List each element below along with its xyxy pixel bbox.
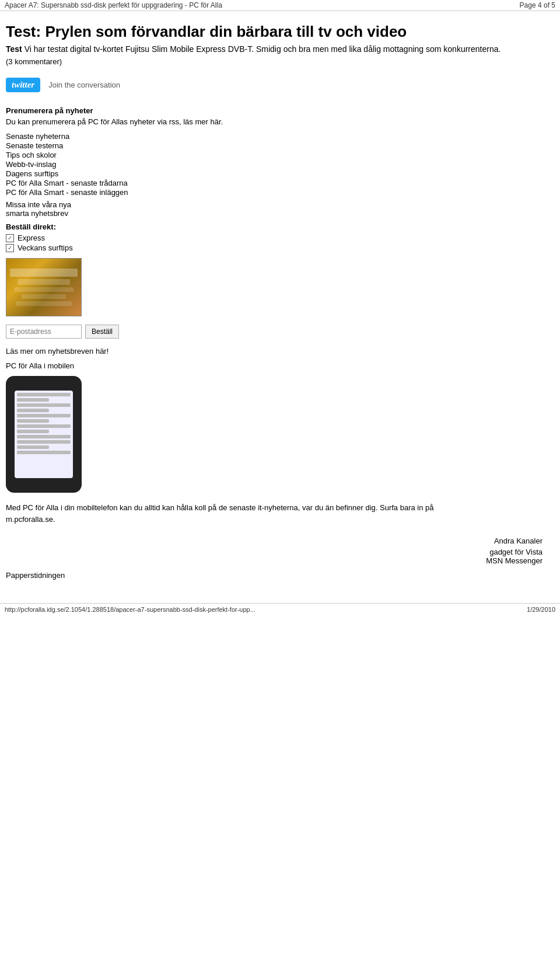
phone-line-6 (17, 419, 49, 423)
phone-line-10 (17, 440, 71, 444)
nav-webb-tv-inslag[interactable]: Webb-tv-inslag (6, 160, 542, 169)
newsletter-title: Prenumerera på nyheter (6, 106, 542, 115)
nav-senaste-nyheterna[interactable]: Senaste nyheterna (6, 132, 542, 141)
newsletter-section: Prenumerera på nyheter Du kan prenumerer… (6, 106, 542, 525)
express-checkbox-item: ✓ Express (6, 234, 542, 242)
footer-url: http://pcforalla.idg.se/2.1054/1.288518/… (5, 606, 256, 613)
andra-kanaler-section: Andra Kanaler gadget för Vista MSN Messe… (6, 537, 542, 565)
phone-line-4 (17, 409, 49, 412)
bestall-button[interactable]: Beställ (85, 325, 119, 339)
phone-image (6, 376, 82, 493)
phone-line-8 (17, 430, 49, 433)
phone-line-7 (17, 424, 71, 428)
mobilen-title: PC för Alla i mobilen (6, 361, 542, 370)
phone-line-9 (17, 435, 71, 438)
email-input[interactable] (6, 325, 82, 339)
veckans-surftips-label: Veckans surftips (18, 243, 73, 252)
newsletter-desc: Du kan prenumerera på PC för Allas nyhet… (6, 117, 542, 126)
nav-smart-tradarna[interactable]: PC för Alla Smart - senaste trådarna (6, 179, 542, 187)
comments-count: (3 kommentarer) (6, 57, 542, 66)
newsletter-image-inner (6, 259, 81, 316)
las-mer-link[interactable]: Läs mer om nyhetsbreven här! (6, 347, 108, 356)
page-indicator: Page 4 of 5 (520, 1, 555, 9)
papperstidningen: Papperstidningen (6, 571, 542, 580)
gadget-vista-link[interactable]: gadget för Vista (486, 548, 542, 556)
sub-headline-text: Vi har testat digital tv-kortet Fujitsu … (22, 44, 501, 54)
bestall-direkt-label: Beställ direkt: (6, 222, 542, 231)
andra-kanaler-container: Andra Kanaler gadget för Vista MSN Messe… (486, 537, 542, 565)
mobilen-desc: Med PC för Alla i din mobiltelefon kan d… (6, 502, 443, 525)
msn-messenger-link[interactable]: MSN Messenger (486, 556, 542, 565)
phone-line-5 (17, 414, 71, 417)
sub-headline-bold: Test (6, 44, 22, 54)
join-conversation: Join the conversation (48, 81, 120, 89)
twitter-logo[interactable]: twitter (6, 78, 40, 92)
phone-line-12 (17, 451, 71, 454)
nav-tips-och-skolor[interactable]: Tips och skolor (6, 151, 542, 159)
nav-dagens-surftips[interactable]: Dagens surftips (6, 169, 542, 178)
veckans-surftips-checkbox[interactable]: ✓ (6, 244, 14, 252)
email-form: Beställ (6, 325, 542, 339)
andra-kanaler-label: Andra Kanaler (486, 537, 542, 545)
page-title-bar: Apacer A7: Supersnabb ssd-disk perfekt f… (5, 1, 222, 9)
express-label: Express (18, 234, 45, 242)
phone-line-11 (17, 445, 49, 449)
sub-headline: Test Vi har testat digital tv-kortet Fuj… (6, 44, 542, 54)
phone-line-1 (17, 393, 71, 396)
main-headline: Test: Prylen som förvandlar din bärbara … (6, 23, 542, 41)
phone-line-2 (17, 398, 49, 402)
veckans-surftips-checkbox-item: ✓ Veckans surftips (6, 243, 542, 252)
express-checkbox[interactable]: ✓ (6, 234, 14, 242)
phone-line-3 (17, 403, 71, 407)
phone-screen (15, 391, 73, 478)
footer-date: 1/29/2010 (527, 606, 555, 613)
nav-senaste-testerna[interactable]: Senaste testerna (6, 141, 542, 150)
nav-smart-inlaggen[interactable]: PC för Alla Smart - senaste inläggen (6, 188, 542, 197)
footer-bar: http://pcforalla.idg.se/2.1054/1.288518/… (0, 603, 560, 615)
andra-kanaler-list: gadget för Vista MSN Messenger (486, 548, 542, 565)
las-mer-nyheter: Läs mer om nyhetsbreven här! (6, 347, 542, 356)
smarta-nyhetsbrev-link[interactable]: smarta nyhetsbrev (6, 209, 542, 218)
missa-inte-text: Missa inte våra nya (6, 200, 542, 209)
newsletter-image (6, 258, 82, 316)
twitter-section: twitter Join the conversation (6, 78, 542, 92)
